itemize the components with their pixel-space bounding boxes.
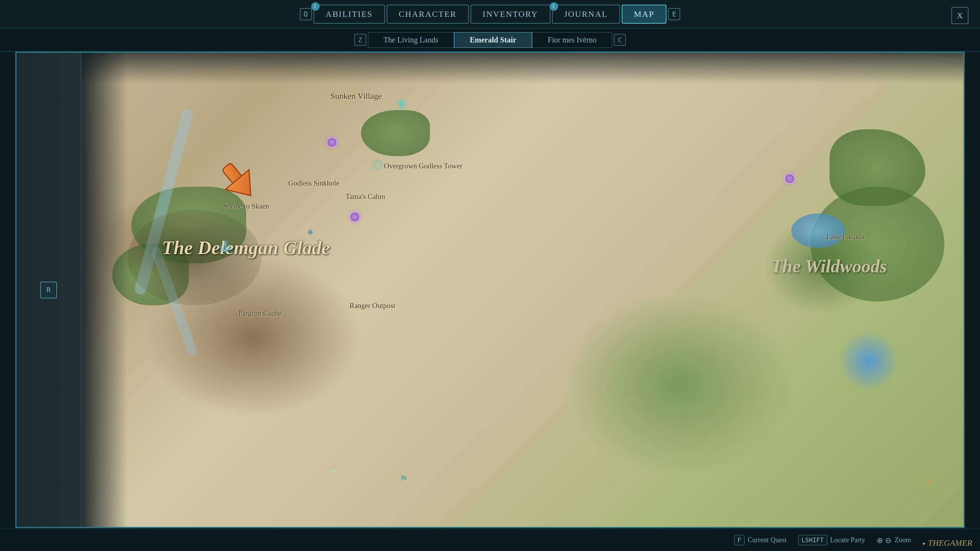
living-lands-key: Z xyxy=(354,34,366,46)
locate-party-item: LSHIFT Locate Party xyxy=(798,535,865,545)
sidebar-r-button[interactable]: R xyxy=(40,282,57,298)
ranger-icon: ⚑ xyxy=(399,473,408,485)
locate-party-key: LSHIFT xyxy=(798,535,827,545)
lake-lacuna xyxy=(791,214,845,248)
zoom-icon: ⊕ ⊖ xyxy=(877,536,892,545)
map-key: E xyxy=(668,8,680,20)
sunken-village-icon: ⚜ xyxy=(395,97,408,113)
tab-emerald-stair[interactable]: Emerald Stair xyxy=(454,32,532,48)
tab-living-lands[interactable]: The Living Lands xyxy=(368,32,454,48)
tab-map[interactable]: MAP xyxy=(622,5,667,24)
left-sidebar: R xyxy=(16,53,82,527)
zoom-item: ⊕ ⊖ Zoom xyxy=(877,536,911,545)
marker-3 xyxy=(784,173,795,184)
tab-journal[interactable]: ! JOURNAL xyxy=(552,5,620,24)
current-quest-key: F xyxy=(734,535,745,545)
map-inner: R Sunken Village ⚜ ⬡ Shrine to Skaen God… xyxy=(16,53,964,527)
tab-inventory[interactable]: INVENTORY xyxy=(470,5,550,24)
bottom-bar: F Current Quest LSHIFT Locate Party ⊕ ⊖ … xyxy=(0,529,980,551)
marker-1 xyxy=(327,137,337,148)
godless-tower-icon: ⬡ xyxy=(372,158,382,171)
alert-icon-journal: ! xyxy=(550,2,558,11)
map-container[interactable]: R Sunken Village ⚜ ⬡ Shrine to Skaen God… xyxy=(15,52,965,528)
forest-3 xyxy=(361,110,430,156)
tab-fior-mes[interactable]: Fior mes Ivèrno xyxy=(532,32,612,48)
tab-abilities[interactable]: ! ABILITIES xyxy=(314,5,385,24)
fior-key: C xyxy=(614,34,626,46)
water-marker: ◆ xyxy=(307,227,313,236)
current-quest-label: Current Quest xyxy=(748,536,786,544)
thegamer-logo: ✦ THEGAMER xyxy=(921,538,972,548)
abilities-key: Q xyxy=(300,8,312,20)
alert-icon: ! xyxy=(311,2,320,11)
top-navigation: Q ! ABILITIES CHARACTER INVENTORY ! JOUR… xyxy=(0,0,980,29)
marker-2 xyxy=(350,212,360,222)
forest-2 xyxy=(112,244,189,305)
camp-icon: ⚓ xyxy=(219,240,232,252)
zoom-label: Zoom xyxy=(895,536,911,544)
sub-navigation: Z The Living Lands Emerald Stair Fior me… xyxy=(0,29,980,52)
tab-character[interactable]: CHARACTER xyxy=(387,5,469,24)
current-quest-item: F Current Quest xyxy=(734,535,787,545)
close-button[interactable]: X xyxy=(951,7,969,24)
locate-party-label: Locate Party xyxy=(830,536,865,544)
player-marker: ✦ xyxy=(330,466,338,477)
